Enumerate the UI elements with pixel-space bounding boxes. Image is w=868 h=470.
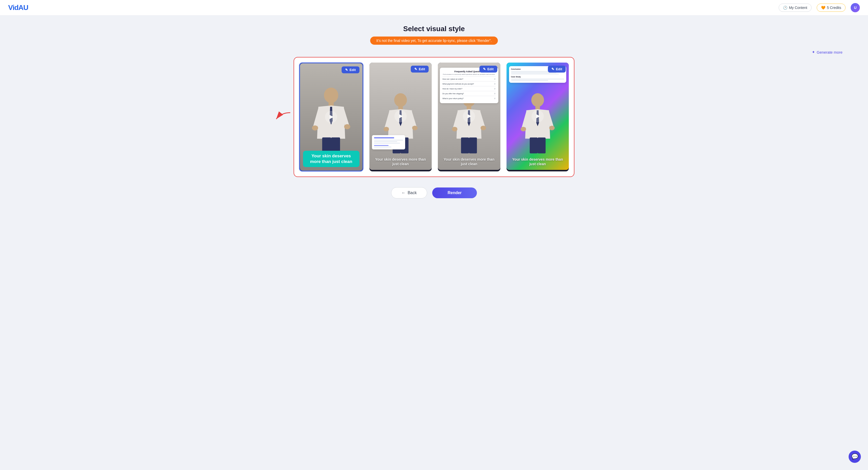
edit-icon-4: ✎	[552, 67, 554, 71]
edit-icon-1: ✎	[345, 68, 348, 72]
faq-chevron-1: ∨	[494, 78, 496, 80]
arrow-container	[271, 109, 291, 125]
faq-item-1: How can I place an order?	[442, 78, 463, 80]
svg-rect-23	[530, 138, 538, 153]
svg-point-22	[549, 126, 555, 130]
heart-icon: 🧡	[821, 6, 825, 10]
video-card-4[interactable]: Conclusion Case Study	[506, 63, 569, 171]
faq-subtitle: Find answers to commonly asked questions…	[442, 74, 496, 75]
person-figure-4	[517, 92, 558, 156]
video-card-1[interactable]: Your skin deserves more than just clean …	[299, 63, 363, 171]
my-content-button[interactable]: 🕐 My Content	[779, 4, 812, 12]
svg-rect-24	[538, 138, 546, 153]
faq-item-4: Do you offer free shipping?	[442, 93, 464, 94]
svg-point-4	[344, 124, 350, 129]
sparkle-icon: ✦	[812, 50, 815, 54]
edit-button-3[interactable]: ✎ Edit	[479, 66, 497, 72]
edit-button-1[interactable]: ✎ Edit	[342, 66, 360, 73]
selection-arrow	[271, 109, 291, 124]
chat-icon: 💬	[851, 453, 858, 460]
caption-4: Your skin deserves more than just clean	[509, 157, 566, 166]
header: VidAU 🕐 My Content 🧡 5 Credits U	[0, 0, 868, 16]
svg-point-10	[412, 126, 417, 130]
svg-point-1	[324, 88, 338, 103]
play-button-1[interactable]	[325, 111, 337, 123]
faq-chevron-2: ∨	[494, 83, 496, 85]
play-button-4[interactable]	[531, 110, 544, 122]
credits-button[interactable]: 🧡 5 Credits	[817, 4, 845, 12]
chat-bubble-button[interactable]: 💬	[848, 450, 861, 463]
faq-chevron-5: ∨	[494, 97, 496, 99]
caption-2: Your skin deserves more than just clean	[372, 157, 429, 166]
credits-label: 5 Credits	[827, 6, 841, 10]
svg-point-9	[383, 127, 389, 131]
logo: VidAU	[8, 4, 28, 12]
edit-icon-3: ✎	[483, 67, 486, 71]
avatar[interactable]: U	[850, 3, 860, 12]
faq-item-2: What payment methods do you accept?	[442, 83, 474, 85]
generate-more-label: Generate more	[817, 50, 842, 54]
edit-button-4[interactable]: ✎ Edit	[548, 66, 566, 72]
avatar-initials: U	[854, 6, 857, 10]
my-content-label: My Content	[789, 6, 807, 10]
svg-point-7	[394, 93, 407, 107]
card4-slide-subtitle: Case Study	[511, 76, 564, 78]
selection-frame: Your skin deserves more than just clean …	[293, 57, 575, 177]
svg-point-3	[312, 125, 318, 130]
edit-button-2[interactable]: ✎ Edit	[411, 66, 429, 72]
main-content: Select visual style It's not the final v…	[0, 16, 868, 209]
edit-label-3: Edit	[487, 67, 494, 71]
render-button[interactable]: Render	[432, 187, 477, 198]
back-button[interactable]: ← Back	[391, 187, 427, 199]
svg-point-15	[452, 127, 458, 131]
caption-1: Your skin deserves more than just clean	[303, 151, 360, 167]
page-title: Select visual style	[403, 25, 465, 33]
edit-label-2: Edit	[419, 67, 425, 71]
generate-more-button[interactable]: ✦ Generate more	[812, 50, 842, 54]
svg-point-16	[481, 126, 486, 130]
caption-3: Your skin deserves more than just clean	[441, 157, 497, 166]
svg-rect-17	[461, 138, 469, 153]
clock-icon: 🕐	[783, 6, 787, 10]
svg-rect-18	[469, 138, 477, 153]
bottom-row: ← Back Render	[391, 187, 477, 199]
notice-banner: It's not the final video yet, To get acc…	[370, 36, 498, 45]
edit-icon-2: ✎	[414, 67, 417, 71]
back-label: Back	[408, 190, 417, 195]
faq-item-3: How do I track my order?	[442, 88, 462, 90]
svg-point-19	[531, 93, 544, 107]
header-right: 🕐 My Content 🧡 5 Credits U	[779, 3, 860, 12]
faq-item-5: What is your return policy?	[442, 97, 464, 99]
video-card-3[interactable]: Frequently Asked Questions Find answers …	[438, 63, 500, 171]
play-button-2[interactable]	[395, 110, 407, 122]
play-button-3[interactable]	[463, 110, 475, 122]
faq-chevron-4: ∨	[494, 92, 496, 95]
video-card-2[interactable]: Your skin deserves more than just clean …	[369, 63, 432, 171]
render-label: Render	[447, 190, 462, 195]
arrow-left-icon: ←	[402, 190, 406, 195]
svg-point-21	[521, 127, 526, 131]
faq-chevron-3: ∨	[494, 87, 496, 90]
generate-more-row: ✦ Generate more	[10, 50, 858, 54]
edit-label-1: Edit	[349, 68, 356, 72]
edit-label-4: Edit	[556, 67, 562, 71]
